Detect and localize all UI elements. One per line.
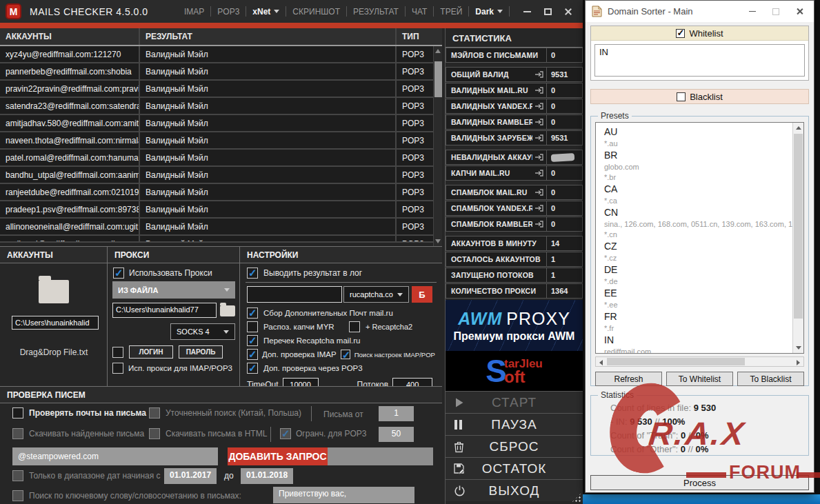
scroll-down-icon[interactable]	[435, 239, 441, 243]
auth-checkbox[interactable]	[112, 347, 123, 358]
col-header-result[interactable]: РЕЗУЛЬТАТ	[140, 28, 397, 45]
refined-search-checkbox[interactable]	[149, 407, 160, 419]
add-query-button[interactable]: ДОБАВИТЬ ЗАПРОС	[228, 447, 328, 465]
folder-icon[interactable]	[39, 280, 69, 303]
close-button[interactable]	[788, 3, 811, 21]
scrollbar-thumb[interactable]	[794, 134, 803, 319]
minimize-button[interactable]	[517, 3, 537, 21]
myr-captcha-checkbox[interactable]	[247, 321, 258, 332]
export-arrow-icon[interactable]	[532, 117, 546, 127]
maximize-button[interactable]	[764, 3, 788, 21]
balance-button[interactable]: Б	[412, 286, 432, 303]
scroll-down-icon[interactable]	[796, 346, 801, 350]
accounts-path-input[interactable]: C:\Users\hunainkhalid	[12, 316, 99, 330]
imap-settings-search-checkbox[interactable]	[341, 350, 350, 359]
table-row-partial[interactable]: sadiwani@rediffmail.com:sadiwanВалидный …	[0, 236, 442, 243]
list-item[interactable]: DE*.de	[604, 263, 803, 287]
query-input[interactable]: @steampowered.com	[12, 447, 218, 465]
scroll-up-icon[interactable]	[796, 126, 801, 130]
table-row[interactable]: naveen.thota@rediffmail.com:nirmalaВалид…	[0, 132, 442, 150]
list-item[interactable]: CNsina., 126.com, 168.com, 0511.cn, 139.…	[604, 206, 803, 240]
captcha-service-dropdown[interactable]: rucaptcha.co	[343, 286, 409, 303]
table-row[interactable]: xyz4yu@rediffmail.com:121270Валидный Мэй…	[0, 46, 442, 63]
date-range-checkbox[interactable]	[12, 470, 23, 481]
menu-pop3[interactable]: POP3	[211, 7, 246, 17]
table-row[interactable]: satendra23@rediffmail.com:satendraВалидн…	[0, 98, 442, 115]
start-button[interactable]: СТАРТ	[446, 391, 583, 413]
menu-screenshot[interactable]: СКРИНШОТ	[286, 7, 346, 17]
pause-button[interactable]: ПАУЗА	[446, 413, 583, 435]
proxy-type-dropdown[interactable]: SOCKS 4	[170, 323, 235, 340]
list-item[interactable]: AU*.au	[604, 125, 803, 149]
use-proxy-checkbox[interactable]	[113, 268, 124, 279]
pop3-check-checkbox[interactable]	[247, 363, 258, 374]
limit-pop3-input[interactable]: 50	[379, 427, 414, 442]
collect-mail-checkbox[interactable]	[247, 308, 258, 319]
export-arrow-icon[interactable]	[532, 219, 546, 229]
menu-imap[interactable]: IMAP	[178, 7, 210, 17]
to-blacklist-button[interactable]: To Blacklist	[737, 372, 804, 386]
table-row[interactable]: pradeep1.psv@rediffmail.com:89738Валидны…	[0, 201, 442, 219]
presets-vertical-scrollbar[interactable]	[792, 123, 803, 353]
proxy-path-input[interactable]: C:\Users\hunainkhalid77	[112, 303, 217, 318]
menu-tray[interactable]: ТРЕЙ	[434, 7, 468, 17]
export-arrow-icon[interactable]	[532, 70, 546, 79]
table-row[interactable]: pravin22pravin@rediffmail.com:praviВалид…	[0, 81, 442, 98]
list-item[interactable]: EE*.ee	[604, 287, 803, 310]
download-found-checkbox[interactable]	[12, 428, 23, 439]
to-whitelist-button[interactable]: To Whitelist	[666, 372, 733, 386]
presets-horizontal-scrollbar[interactable]	[595, 356, 804, 367]
letters-from-input[interactable]: 1	[379, 406, 414, 421]
col-header-accounts[interactable]: АККАУНТЫ	[0, 28, 140, 45]
login-button[interactable]: ЛОГИН	[129, 345, 173, 359]
awm-proxy-banner[interactable]: AWMPROXY Премиум прокси AWM	[446, 300, 583, 351]
log-result-checkbox[interactable]	[247, 268, 258, 279]
export-arrow-icon[interactable]	[532, 101, 546, 111]
date-from-input[interactable]: 01.01.2017	[164, 468, 217, 484]
blacklist-checkbox[interactable]	[677, 92, 686, 101]
scrollbar-thumb[interactable]	[607, 358, 745, 365]
menu-chat[interactable]: ЧАТ	[406, 7, 433, 17]
scrollbar-thumb[interactable]	[434, 61, 442, 97]
list-item[interactable]: INrediffmail.com	[604, 334, 803, 354]
table-row[interactable]: bandhu_utpal@rediffmail.com:aanimВалидны…	[0, 167, 442, 184]
whitelist-textarea[interactable]: IN	[594, 44, 805, 77]
recaptcha2-checkbox[interactable]	[349, 321, 360, 332]
table-scrollbar[interactable]	[433, 46, 442, 246]
password-button[interactable]: ПАРОЛЬ	[179, 345, 223, 359]
exit-button[interactable]: ВЫХОД	[446, 479, 583, 501]
whitelist-checkbox[interactable]	[676, 29, 685, 38]
keyword-input[interactable]: Приветствую вас,	[273, 487, 414, 503]
table-row[interactable]: ranjeetdube@rediffmail.com:021019Валидны…	[0, 184, 442, 201]
minimize-button[interactable]	[741, 3, 764, 21]
maximize-button[interactable]	[537, 3, 558, 21]
recaptcha-mailru-checkbox[interactable]	[247, 335, 258, 346]
reset-button[interactable]: СБРОС	[446, 435, 583, 457]
list-item[interactable]: FR*.fr	[604, 310, 803, 334]
table-row[interactable]: patel.romal@rediffmail.com:hanumaВалидны…	[0, 150, 442, 167]
table-row[interactable]: allinoneoneinall@rediffmail.com:ugitВали…	[0, 219, 442, 236]
menu-result[interactable]: РЕЗУЛЬТАТ	[347, 7, 405, 17]
table-row[interactable]: amitjadhav.580@rediffmail.com:amitВалидн…	[0, 115, 442, 132]
browse-folder-icon[interactable]	[220, 305, 235, 316]
limit-pop3-checkbox[interactable]	[280, 428, 291, 439]
export-arrow-icon[interactable]	[532, 203, 546, 213]
export-arrow-icon[interactable]	[532, 133, 546, 143]
menu-xnet-dropdown[interactable]: xNet	[246, 7, 286, 17]
keyword-search-checkbox[interactable]	[12, 490, 23, 501]
proxy-source-dropdown[interactable]: ИЗ ФАЙЛА	[112, 281, 235, 299]
col-header-type[interactable]: ТИП	[397, 28, 442, 45]
refresh-button[interactable]: Refresh	[595, 372, 662, 386]
scroll-right-icon[interactable]	[797, 360, 800, 365]
close-button[interactable]	[558, 3, 579, 21]
table-row[interactable]: pannerbeb@rediffmail.com:shobiaВалидный …	[0, 63, 442, 81]
export-arrow-icon[interactable]	[532, 168, 546, 178]
list-item[interactable]: BRglobo.com*.br	[604, 149, 803, 183]
download-html-checkbox[interactable]	[149, 428, 160, 439]
presets-list[interactable]: AU*.au BRglobo.com*.br CA*.ca CNsina., 1…	[595, 122, 804, 354]
list-item[interactable]: CZ*.cz	[604, 240, 803, 263]
date-to-input[interactable]: 01.01.2018	[241, 468, 293, 484]
captcha-key-input[interactable]	[247, 286, 342, 303]
remainder-button[interactable]: ОСТАТОК	[446, 457, 583, 479]
check-letters-checkbox[interactable]	[12, 407, 23, 419]
